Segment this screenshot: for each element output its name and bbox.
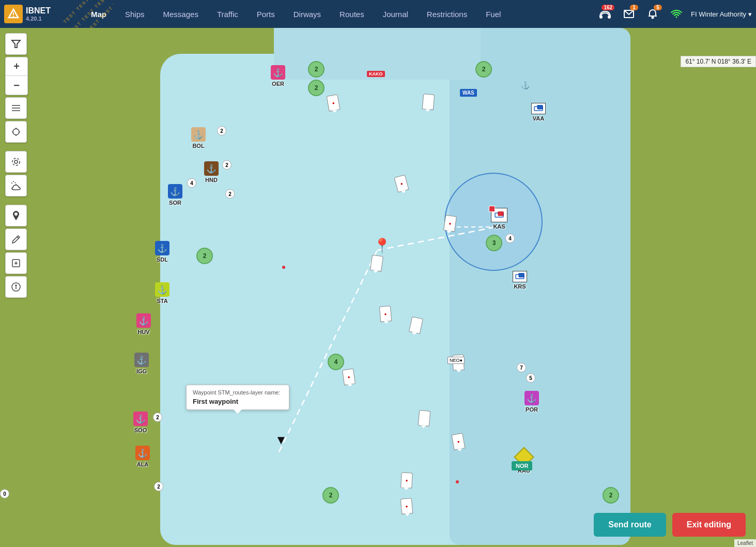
marker-KAS[interactable]: KAS [491, 208, 507, 230]
count-KAS-4: 4 [505, 234, 515, 243]
marker-SDL[interactable]: ⚓ SDL [155, 241, 169, 263]
marker-STA[interactable]: ⚓ STA [155, 282, 169, 304]
port-icon-HUV: ⚓ [136, 313, 151, 328]
tooltip-value: First waypoint [193, 398, 283, 405]
nav-ships[interactable]: Ships [116, 0, 154, 28]
count-HND: 2 [222, 160, 232, 170]
pencil-button[interactable] [5, 229, 27, 250]
marker-OER[interactable]: ⚓ OER [271, 65, 285, 87]
info-button[interactable] [5, 276, 27, 298]
marker-label-POR: POR [526, 406, 538, 413]
map-area[interactable]: 61° 10.7' N 018° 36.3' E + − [0, 28, 756, 547]
marker-KRS[interactable]: KRS [513, 271, 527, 290]
marker-POR[interactable]: ⚓ POR [524, 391, 539, 413]
username: FI Winter Authority [691, 10, 746, 18]
svg-line-24 [17, 237, 19, 238]
port-icon-OER: ⚓ [271, 65, 285, 80]
app-name: IBNET [26, 6, 51, 16]
nav-fuel[interactable]: Fuel [476, 0, 510, 28]
tooltip-title: Waypoint STM_routes-layer name: [193, 389, 283, 396]
navbar: IBNET 4.20.1 TEST TEST TEST TEST TEST TE… [0, 0, 756, 28]
nav-tag-11: ● [401, 498, 412, 514]
marker-HND[interactable]: ⚓ HND [204, 161, 219, 183]
svg-marker-10 [12, 40, 20, 48]
cluster-center-2[interactable]: 2 [322, 487, 339, 504]
waypoint-pin-center[interactable]: 📍 [373, 239, 391, 253]
marker-NOR[interactable]: NOR [512, 461, 532, 470]
notifications-button[interactable]: 5 [643, 5, 662, 23]
cluster-center-1[interactable]: 4 [328, 354, 344, 370]
marker-ALA[interactable]: ⚓ ALA [135, 446, 150, 467]
nav-tag-4 [371, 255, 382, 271]
svg-rect-36 [537, 105, 543, 109]
nav-routes[interactable]: Routes [330, 0, 374, 28]
waypoint-pin-bottom[interactable]: ▼ [275, 434, 287, 446]
port-icon-STA: ⚓ [155, 282, 169, 297]
count-SOR-1: 4 [187, 178, 196, 188]
cluster-right-2[interactable]: 2 [603, 487, 619, 504]
nav-ports[interactable]: Ports [248, 0, 284, 28]
cluster-3[interactable]: 2 [475, 61, 492, 78]
zoom-controls: + − [5, 57, 28, 95]
pin-button[interactable] [5, 205, 27, 226]
svg-point-14 [13, 129, 19, 135]
cluster-SDL[interactable]: 2 [196, 248, 213, 264]
nav-tag-2 [422, 94, 435, 110]
waypoint-tooltip: Waypoint STM_routes-layer name: First wa… [186, 385, 289, 410]
edit-button[interactable] [5, 252, 27, 274]
marker-label-ALA: ALA [137, 461, 149, 467]
filter-button[interactable] [5, 33, 27, 55]
marker-label-SOO: SOO [134, 427, 147, 433]
zoom-in-button[interactable]: + [6, 57, 27, 76]
svg-rect-34 [519, 273, 524, 277]
svg-point-20 [12, 158, 20, 165]
kako-label: KAKO [367, 71, 385, 77]
exit-editing-button[interactable]: Exit editing [672, 513, 746, 537]
marker-IGG[interactable]: ⚓ IGG [134, 353, 149, 374]
dropdown-arrow: ▾ [748, 10, 752, 18]
nav-traffic[interactable]: Traffic [208, 0, 248, 28]
nav-messages[interactable]: Messages [154, 0, 208, 28]
nav-tag-R1: ● [444, 216, 456, 231]
port-icon-KRS [513, 271, 527, 282]
bell-badge: 5 [654, 5, 662, 10]
count-SOR-2: 2 [225, 189, 235, 199]
radio-button[interactable]: 162 [596, 5, 614, 23]
nav-map[interactable]: Map [82, 0, 116, 28]
marker-BOL[interactable]: ⚓ BOL [191, 127, 206, 149]
nav-tag-9: ● [453, 434, 464, 449]
wifi-icon [667, 5, 686, 23]
leaflet-attribution[interactable]: Leaflet [734, 539, 756, 547]
logo-icon [4, 5, 23, 23]
mail-button[interactable]: 1 [620, 5, 638, 23]
nav-dirways[interactable]: Dirways [284, 0, 330, 28]
port-icon-IGG: ⚓ [134, 353, 149, 367]
marker-label-HUV: HUV [137, 329, 149, 335]
dot-R1 [456, 480, 459, 483]
nav-tag-8 [419, 411, 430, 426]
marker-SOR[interactable]: ⚓ SOR [168, 184, 182, 206]
marker-VAA[interactable]: VAA [531, 103, 546, 121]
draw-button[interactable] [5, 151, 27, 173]
logo-area: IBNET 4.20.1 [4, 5, 51, 23]
weather-button[interactable] [5, 175, 27, 196]
nav-journal[interactable]: Journal [374, 0, 418, 28]
marker-label-KRS: KRS [514, 283, 526, 290]
coordinate-display: 61° 10.7' N 018° 36.3' E [681, 56, 756, 67]
nav-restrictions[interactable]: Restrictions [418, 0, 476, 28]
send-route-button[interactable]: Send route [594, 513, 666, 537]
svg-point-2 [13, 16, 14, 17]
layers-button[interactable] [5, 97, 27, 119]
cluster-2[interactable]: 2 [308, 80, 325, 96]
locate-button[interactable] [5, 121, 27, 143]
marker-label-BOL: BOL [192, 143, 204, 149]
bottom-buttons: Send route Exit editing [594, 513, 746, 537]
marker-SOO[interactable]: ⚓ SOO [133, 412, 148, 433]
cluster-OER[interactable]: 2 [308, 61, 325, 78]
zoom-out-button[interactable]: − [6, 76, 27, 95]
anchor-VAA: ⚓ [521, 81, 530, 89]
count-BOL: 2 [217, 126, 226, 135]
cluster-KAS[interactable]: 3 [486, 235, 502, 251]
user-menu[interactable]: FI Winter Authority ▾ [691, 10, 752, 18]
marker-HUV[interactable]: ⚓ HUV [136, 313, 151, 335]
